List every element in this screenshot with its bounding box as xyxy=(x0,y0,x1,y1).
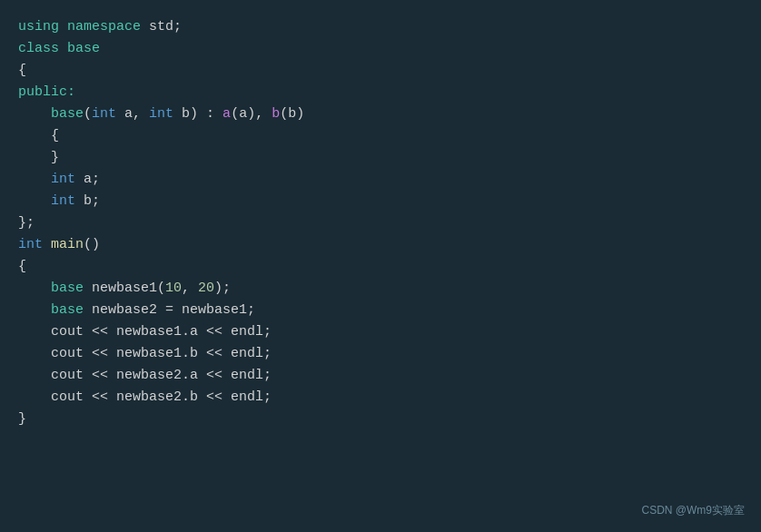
code-token: cout << newbase1.b << endl; xyxy=(18,346,272,361)
code-token: using xyxy=(18,19,59,34)
watermark: CSDN @Wm9实验室 xyxy=(641,502,745,519)
code-token: ( xyxy=(84,106,92,122)
code-token: public: xyxy=(18,84,75,100)
code-token xyxy=(18,302,51,318)
code-line: using namespace std; xyxy=(18,16,743,38)
code-token: ); xyxy=(214,281,231,296)
code-token xyxy=(18,106,51,122)
code-token: 10 xyxy=(165,281,182,296)
code-token: a xyxy=(222,106,231,122)
code-line: base(int a, int b) : a(a), b(b) xyxy=(18,103,743,125)
code-token: { xyxy=(18,128,59,143)
code-line: cout << newbase1.a << endl; xyxy=(18,321,743,343)
code-token: namespace xyxy=(67,19,141,34)
code-token: b; xyxy=(75,193,100,209)
code-token xyxy=(59,41,67,56)
code-token: () xyxy=(84,237,100,252)
code-line: public: xyxy=(18,82,743,103)
code-block: using namespace std;class base{public: b… xyxy=(18,16,743,430)
code-token: }; xyxy=(18,215,35,231)
code-line: class base xyxy=(18,38,743,60)
code-line: cout << newbase1.b << endl; xyxy=(18,343,743,365)
code-token: cout << newbase1.a << endl; xyxy=(18,324,272,340)
code-line: } xyxy=(18,409,743,430)
code-token: (b) xyxy=(280,106,304,122)
code-token xyxy=(18,172,51,187)
code-line: { xyxy=(18,256,743,278)
code-token: int xyxy=(51,172,75,187)
code-token: int xyxy=(92,106,116,122)
code-token: int xyxy=(18,237,43,252)
code-line: int a; xyxy=(18,169,743,191)
code-token: newbase1( xyxy=(84,281,165,296)
code-token: { xyxy=(18,259,26,274)
code-line: cout << newbase2.a << endl; xyxy=(18,365,743,387)
code-token: class xyxy=(18,41,59,56)
code-token: cout << newbase2.a << endl; xyxy=(18,368,272,383)
code-line: cout << newbase2.b << endl; xyxy=(18,387,743,409)
code-token xyxy=(18,193,51,209)
code-line: int b; xyxy=(18,191,743,212)
code-token: a; xyxy=(75,172,100,187)
code-token: b) : xyxy=(173,106,222,122)
code-token: main xyxy=(51,237,84,252)
code-token: int xyxy=(149,106,173,122)
code-line: base newbase1(10, 20); xyxy=(18,278,743,300)
code-token: } xyxy=(18,411,26,427)
code-token xyxy=(43,237,51,252)
code-token: std; xyxy=(141,19,182,34)
code-line: }; xyxy=(18,212,743,234)
code-line: } xyxy=(18,147,743,169)
code-token xyxy=(18,281,51,296)
code-token: (a), xyxy=(231,106,272,122)
code-token: base xyxy=(67,41,100,56)
code-line: int main() xyxy=(18,234,743,256)
code-editor: using namespace std;class base{public: b… xyxy=(0,0,761,532)
code-line: { xyxy=(18,60,743,82)
code-token: a, xyxy=(116,106,149,122)
code-token: { xyxy=(18,63,26,78)
code-token: b xyxy=(272,106,280,122)
code-line: { xyxy=(18,125,743,147)
code-line: base newbase2 = newbase1; xyxy=(18,300,743,321)
code-token: base xyxy=(51,302,84,318)
code-token: , xyxy=(182,281,198,296)
code-token: newbase2 = newbase1; xyxy=(84,302,255,318)
code-token: cout << newbase2.b << endl; xyxy=(18,389,272,405)
code-token: 20 xyxy=(198,281,214,296)
code-token: int xyxy=(51,193,75,209)
code-token xyxy=(59,19,67,34)
code-token: } xyxy=(18,150,59,165)
code-token: base xyxy=(51,281,84,296)
code-token: base xyxy=(51,106,84,122)
